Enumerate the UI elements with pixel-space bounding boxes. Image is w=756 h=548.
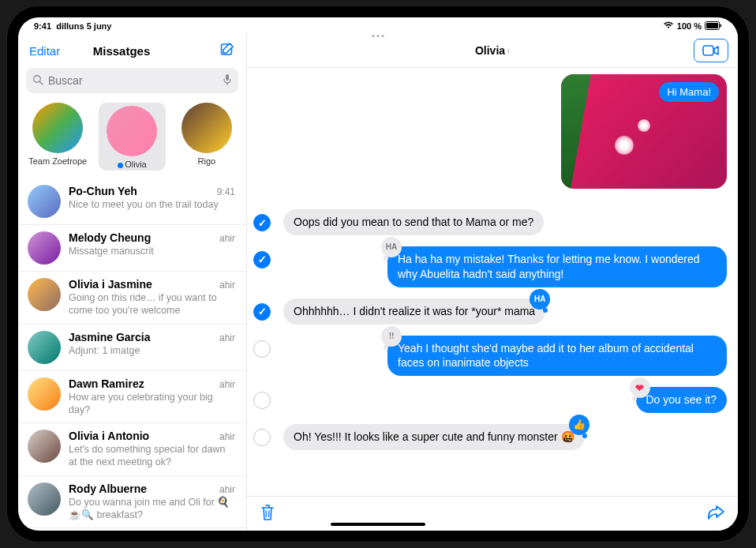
conversation-row[interactable]: Melody CheungahirMissatge manuscrit xyxy=(18,225,246,272)
tapback-heart[interactable]: ❤ xyxy=(630,377,650,398)
message-photo[interactable]: Hi Mama! xyxy=(283,74,727,189)
conversation-preview: Adjunt: 1 imatge xyxy=(69,344,235,357)
avatar xyxy=(32,103,83,153)
tapback-like[interactable]: 👍 xyxy=(569,415,589,435)
pinned-row: Team Zoetrope Olivia Rigo xyxy=(18,99,246,178)
conversation-time: ahir xyxy=(219,332,235,343)
avatar xyxy=(107,106,157,156)
conversation-time: ahir xyxy=(219,280,235,291)
conversation-name: Melody Cheung xyxy=(69,231,151,244)
chevron-right-icon: › xyxy=(507,45,510,56)
svg-rect-1 xyxy=(706,23,718,28)
conversation-preview: Do you wanna join me and Oli for 🍳☕️🔍 br… xyxy=(69,496,235,522)
select-circle[interactable] xyxy=(253,429,271,446)
conversation-body: Po-Chun Yeh9:41Nice to meet you on the t… xyxy=(69,185,235,218)
conversation-body: Olivia i AntonioahirLet's do something s… xyxy=(69,430,235,469)
conversation-name: Dawn Ramirez xyxy=(69,377,144,390)
screen: 9:41 dilluns 5 juny 100 % Editar Missatg… xyxy=(18,17,738,531)
conversation-row[interactable]: Rody AlbuerneahirDo you wanna join me an… xyxy=(18,476,246,529)
home-indicator[interactable] xyxy=(331,523,425,526)
chat-footer xyxy=(247,496,738,531)
wifi-icon xyxy=(663,21,674,31)
search-field[interactable] xyxy=(26,68,238,93)
facetime-button[interactable] xyxy=(694,39,728,62)
chat-header: Olivia › xyxy=(247,33,738,68)
chat-title[interactable]: Olivia › xyxy=(475,44,510,57)
pin-text: Olivia xyxy=(125,160,147,169)
select-circle[interactable] xyxy=(253,303,271,321)
trash-icon xyxy=(260,504,275,521)
conversation-body: Jasmine GarciaahirAdjunt: 1 imatge xyxy=(69,331,235,364)
svg-line-10 xyxy=(269,510,270,517)
pin-team-zoetrope[interactable]: Team Zoetrope xyxy=(24,103,91,171)
status-time: 9:41 xyxy=(34,21,51,31)
avatar xyxy=(28,430,61,463)
select-circle[interactable] xyxy=(253,214,271,231)
conversation-body: Melody CheungahirMissatge manuscrit xyxy=(69,231,235,265)
photo-caption-bubble: Hi Mama! xyxy=(659,82,719,102)
conversation-row[interactable]: Antonio Manriquezahir xyxy=(18,528,246,531)
avatar xyxy=(28,185,61,218)
conversation-preview: Missatge manuscrit xyxy=(69,245,235,257)
pin-olivia[interactable]: Olivia xyxy=(99,103,165,171)
svg-rect-6 xyxy=(226,74,229,81)
conversation-row[interactable]: Dawn RamirezahirHow are you celebrating … xyxy=(18,371,246,424)
svg-rect-2 xyxy=(720,24,722,27)
message-bubble[interactable]: Ohhhhhh… I didn't realize it was for *yo… xyxy=(283,298,545,325)
tapback-haha[interactable]: HA xyxy=(530,289,550,310)
message-row: Ohhhhhh… I didn't realize it was for *yo… xyxy=(253,298,727,325)
conversation-row[interactable]: Olivia i AntonioahirLet's do something s… xyxy=(18,423,246,476)
sidebar-header: Editar Missatges xyxy=(18,33,246,65)
bubble-wrap: Ohhhhhh… I didn't realize it was for *yo… xyxy=(283,298,727,325)
unread-dot xyxy=(118,163,123,168)
svg-rect-8 xyxy=(703,46,713,55)
message-bubble[interactable]: Yeah I thought she'd maybe add it to her… xyxy=(387,336,727,377)
conversation-row[interactable]: Po-Chun Yeh9:41Nice to meet you on the t… xyxy=(18,178,246,225)
bubble-wrap: Oops did you mean to send that to Mama o… xyxy=(283,209,727,235)
select-circle[interactable] xyxy=(253,251,271,268)
select-circle[interactable] xyxy=(253,392,271,409)
conversation-name: Olivia i Jasmine xyxy=(69,278,152,291)
mic-icon[interactable] xyxy=(223,73,232,88)
chat-pane: Olivia › xyxy=(247,33,738,531)
conversation-row[interactable]: Olivia i JasmineahirGoing on this ride… … xyxy=(18,272,246,325)
ipad-frame: 9:41 dilluns 5 juny 100 % Editar Missatg… xyxy=(7,6,749,542)
trash-button[interactable] xyxy=(260,504,275,524)
conversation-time: 9:41 xyxy=(217,186,235,197)
battery-icon xyxy=(705,21,722,32)
search-input[interactable] xyxy=(48,74,218,87)
pin-label: Olivia xyxy=(118,160,147,169)
message-row: Yeah I thought she'd maybe add it to her… xyxy=(253,336,727,377)
share-button[interactable] xyxy=(706,505,725,524)
bubble-wrap: Oh! Yes!!! It looks like a super cute an… xyxy=(283,424,727,450)
conversation-time: ahir xyxy=(219,484,235,495)
photo-attachment[interactable]: Hi Mama! xyxy=(561,74,727,189)
bubble-wrap: Yeah I thought she'd maybe add it to her… xyxy=(283,336,727,377)
message-bubble[interactable]: Oops did you mean to send that to Mama o… xyxy=(283,209,544,235)
tapback-!![interactable]: !! xyxy=(381,326,402,347)
conversation-time: ahir xyxy=(219,233,235,244)
svg-line-5 xyxy=(39,81,43,84)
edit-button[interactable]: Editar xyxy=(29,44,60,58)
conversation-row[interactable]: Jasmine GarciaahirAdjunt: 1 imatge xyxy=(18,325,246,371)
svg-line-9 xyxy=(266,510,267,517)
chat-body[interactable]: Hi Mama! Oops did you mean to send that … xyxy=(247,68,738,496)
sidebar: Editar Missatges xyxy=(18,33,247,531)
message-row: Ha ha ha my mistake! Thanks for letting … xyxy=(253,246,727,287)
message-bubble[interactable]: Ha ha ha my mistake! Thanks for letting … xyxy=(387,246,727,287)
conversation-name: Rody Albuerne xyxy=(69,482,147,495)
status-left: 9:41 dilluns 5 juny xyxy=(34,21,111,31)
pin-rigo[interactable]: Rigo xyxy=(174,103,240,171)
message-bubble[interactable]: Oh! Yes!!! It looks like a super cute an… xyxy=(283,424,585,450)
avatar xyxy=(28,231,61,265)
conversation-list[interactable]: Po-Chun Yeh9:41Nice to meet you on the t… xyxy=(18,178,246,531)
message-bubble[interactable]: Do you see it?❤ xyxy=(636,387,728,413)
tapback-haha[interactable]: HA xyxy=(381,237,402,257)
share-arrow-icon xyxy=(706,505,725,520)
select-circle[interactable] xyxy=(253,340,271,358)
status-date: dilluns 5 juny xyxy=(56,21,111,31)
battery-text: 100 % xyxy=(677,21,702,31)
conversation-preview: Nice to meet you on the trail today xyxy=(69,198,235,211)
compose-button[interactable] xyxy=(219,41,235,60)
status-right: 100 % xyxy=(663,21,722,32)
